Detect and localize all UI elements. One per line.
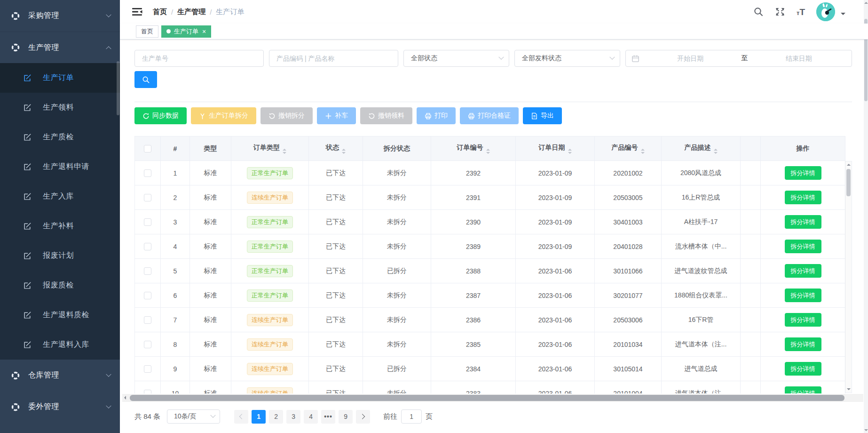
sidebar-item-production-qc[interactable]: 生产质检 (0, 122, 120, 152)
status-select[interactable]: 全部状态 (403, 50, 509, 67)
search-button[interactable] (134, 71, 157, 88)
split-detail-button[interactable]: 拆分详情 (785, 313, 821, 327)
order-split-button[interactable]: 生产订单拆分 (191, 107, 256, 124)
sidebar-item-production-inbound[interactable]: 生产入库 (0, 182, 120, 211)
split-detail-button[interactable]: 拆分详情 (785, 166, 821, 180)
split-detail-button[interactable]: 拆分详情 (785, 386, 821, 393)
header-order-no[interactable]: 订单编号 (431, 136, 516, 161)
header-status[interactable]: 状态 (309, 136, 363, 161)
split-detail-button[interactable]: 拆分详情 (785, 264, 821, 278)
row-checkbox[interactable] (144, 316, 151, 324)
page-button-1[interactable]: 1 (252, 410, 266, 424)
page-size-select[interactable]: 10条/页 (167, 409, 220, 424)
row-checkbox[interactable] (144, 267, 151, 275)
sort-icon[interactable] (283, 149, 286, 154)
sort-icon[interactable] (568, 149, 572, 154)
font-size-icon[interactable] (797, 8, 805, 16)
row-checkbox[interactable] (144, 194, 151, 201)
sort-icon[interactable] (641, 149, 645, 154)
header-order-date[interactable]: 订单日期 (516, 136, 595, 161)
split-detail-button[interactable]: 拆分详情 (785, 362, 821, 376)
print-certificate-button[interactable]: 打印合格证 (460, 107, 519, 124)
production-no-input[interactable] (134, 50, 264, 67)
sidebar-item-production-management[interactable]: 生产管理 (0, 32, 120, 63)
export-button[interactable]: 导出 (523, 107, 562, 124)
scroll-left-icon[interactable] (124, 396, 126, 400)
sidebar-item-warehouse-management[interactable]: 仓库管理 (0, 360, 120, 391)
scrollbar-thumb[interactable] (130, 395, 844, 401)
close-icon[interactable] (202, 28, 206, 35)
hamburger-icon[interactable] (132, 7, 142, 16)
select-all-checkbox[interactable] (144, 145, 151, 152)
row-checkbox[interactable] (144, 243, 151, 250)
table-horizontal-scrollbar[interactable] (122, 394, 863, 402)
goto-page-input[interactable] (401, 409, 422, 424)
next-page-button[interactable] (356, 410, 370, 424)
chevron-down-icon[interactable] (841, 13, 845, 17)
header-order-type[interactable]: 订单类型 (231, 136, 309, 161)
scroll-down-icon[interactable] (864, 429, 868, 431)
scroll-up-icon[interactable] (847, 164, 851, 166)
table-vertical-scrollbar[interactable] (845, 161, 852, 393)
tab-home[interactable]: 首页 (136, 25, 158, 38)
breadcrumb-current: 生产订单 (216, 8, 244, 16)
header-product-desc[interactable]: 产品描述 (662, 136, 741, 161)
undo-issue-button[interactable]: 撤销领料 (360, 107, 412, 124)
issue-status-select[interactable]: 全部发料状态 (514, 50, 620, 67)
add-car-button[interactable]: 补车 (317, 107, 356, 124)
avatar[interactable] (816, 2, 835, 21)
document-icon (531, 112, 538, 120)
sort-icon[interactable] (714, 149, 718, 154)
row-checkbox[interactable] (144, 169, 151, 177)
split-detail-button[interactable]: 拆分详情 (785, 215, 821, 229)
search-icon[interactable] (753, 7, 764, 17)
cell-status: 已下达 (309, 259, 363, 283)
sidebar-item-production-return-qc[interactable]: 生产退料质检 (0, 300, 120, 330)
scroll-down-icon[interactable] (847, 388, 851, 390)
sidebar-item-production-return-inbound[interactable]: 生产退料入库 (0, 330, 120, 360)
product-input[interactable] (269, 50, 398, 67)
breadcrumb-production-management[interactable]: 生产管理 (177, 8, 205, 16)
sidebar-item-scrap-plan[interactable]: 报废计划 (0, 241, 120, 271)
row-checkbox[interactable] (144, 341, 151, 348)
more-pages-button[interactable]: ••• (321, 410, 335, 424)
scroll-up-icon[interactable] (864, 2, 868, 4)
sidebar-item-production-picking[interactable]: 生产领料 (0, 93, 120, 122)
row-checkbox[interactable] (144, 218, 151, 226)
cell-index: 6 (161, 283, 190, 308)
print-button[interactable]: 打印 (417, 107, 456, 124)
start-date-input[interactable] (643, 55, 738, 62)
sidebar-item-scrap-qc[interactable]: 报废质检 (0, 271, 120, 300)
sidebar: 采购管理 生产管理 生产订单 生产领料 生产质检 (0, 0, 120, 433)
row-checkbox[interactable] (144, 390, 151, 393)
sync-data-button[interactable]: 同步数据 (134, 107, 187, 124)
row-checkbox[interactable] (144, 365, 151, 373)
sidebar-scrollbar[interactable] (117, 61, 119, 115)
split-detail-button[interactable]: 拆分详情 (785, 289, 821, 302)
header-product-no[interactable]: 产品编号 (595, 136, 662, 161)
sidebar-item-production-order[interactable]: 生产订单 (0, 63, 120, 93)
page-button-3[interactable]: 3 (286, 410, 300, 424)
tab-production-order[interactable]: 生产订单 (161, 25, 211, 38)
split-detail-button[interactable]: 拆分详情 (785, 240, 821, 253)
sidebar-item-production-return-request[interactable]: 生产退料申请 (0, 152, 120, 182)
window-scrollbar[interactable] (864, 0, 868, 433)
row-checkbox[interactable] (144, 292, 151, 299)
breadcrumb-home[interactable]: 首页 (153, 8, 167, 16)
date-range-picker[interactable]: 至 (625, 50, 852, 67)
split-detail-button[interactable]: 拆分详情 (785, 191, 821, 204)
sort-icon[interactable] (342, 149, 346, 154)
sidebar-item-outsourcing-management[interactable]: 委外管理 (0, 391, 120, 423)
page-button-9[interactable]: 9 (339, 410, 353, 424)
scrollbar-thumb[interactable] (846, 169, 851, 196)
end-date-input[interactable] (752, 55, 846, 62)
sidebar-item-production-replenish[interactable]: 生产补料 (0, 211, 120, 241)
split-detail-button[interactable]: 拆分详情 (785, 337, 821, 351)
fullscreen-icon[interactable] (775, 7, 785, 17)
sidebar-item-purchase-management[interactable]: 采购管理 (0, 0, 120, 32)
undo-split-button[interactable]: 撤销拆分 (260, 107, 313, 124)
page-button-2[interactable]: 2 (269, 410, 283, 424)
page-button-4[interactable]: 4 (304, 410, 318, 424)
sort-icon[interactable] (486, 149, 490, 154)
prev-page-button[interactable] (234, 410, 248, 424)
